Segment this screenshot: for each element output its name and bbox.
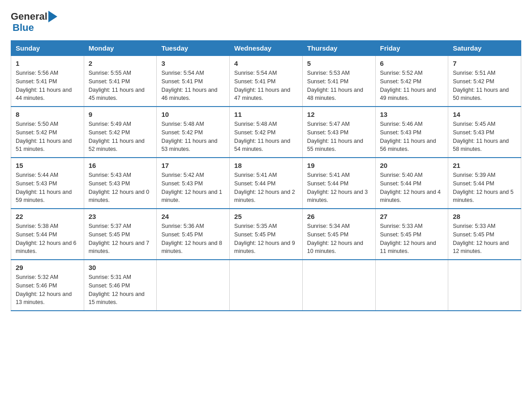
calendar-cell: 4Sunrise: 5:54 AMSunset: 5:41 PMDaylight… xyxy=(230,56,303,107)
day-number: 9 xyxy=(89,111,152,118)
column-header-sunday: Sunday xyxy=(11,41,84,56)
day-info: Sunrise: 5:33 AMSunset: 5:45 PMDaylight:… xyxy=(453,222,516,256)
calendar-cell xyxy=(230,260,303,311)
day-info: Sunrise: 5:50 AMSunset: 5:42 PMDaylight:… xyxy=(16,120,79,154)
day-info: Sunrise: 5:40 AMSunset: 5:44 PMDaylight:… xyxy=(380,171,444,205)
day-number: 14 xyxy=(453,111,516,118)
calendar-cell: 30Sunrise: 5:31 AMSunset: 5:46 PMDayligh… xyxy=(84,260,157,311)
day-number: 28 xyxy=(453,213,516,220)
calendar-week-row: 15Sunrise: 5:44 AMSunset: 5:43 PMDayligh… xyxy=(11,158,521,209)
calendar-cell: 5Sunrise: 5:53 AMSunset: 5:41 PMDaylight… xyxy=(302,56,375,107)
calendar-cell: 17Sunrise: 5:42 AMSunset: 5:43 PMDayligh… xyxy=(157,158,230,209)
column-header-monday: Monday xyxy=(84,41,157,56)
day-number: 26 xyxy=(307,213,371,220)
day-info: Sunrise: 5:41 AMSunset: 5:44 PMDaylight:… xyxy=(234,171,298,205)
calendar-table: SundayMondayTuesdayWednesdayThursdayFrid… xyxy=(11,40,521,311)
day-number: 2 xyxy=(89,60,152,67)
day-number: 16 xyxy=(89,162,152,169)
day-number: 19 xyxy=(307,162,371,169)
day-info: Sunrise: 5:32 AMSunset: 5:46 PMDaylight:… xyxy=(16,273,79,307)
column-header-wednesday: Wednesday xyxy=(230,41,303,56)
day-number: 15 xyxy=(16,162,79,169)
calendar-cell: 3Sunrise: 5:54 AMSunset: 5:41 PMDaylight… xyxy=(157,56,230,107)
day-info: Sunrise: 5:42 AMSunset: 5:43 PMDaylight:… xyxy=(161,171,225,205)
day-info: Sunrise: 5:36 AMSunset: 5:45 PMDaylight:… xyxy=(161,222,225,256)
day-number: 1 xyxy=(16,60,79,67)
day-number: 30 xyxy=(89,264,152,271)
calendar-cell: 26Sunrise: 5:34 AMSunset: 5:45 PMDayligh… xyxy=(302,209,375,260)
day-number: 29 xyxy=(16,264,79,271)
day-info: Sunrise: 5:34 AMSunset: 5:45 PMDaylight:… xyxy=(307,222,371,256)
day-number: 22 xyxy=(16,213,79,220)
logo-blue-text: Blue xyxy=(13,22,58,33)
calendar-cell: 16Sunrise: 5:43 AMSunset: 5:43 PMDayligh… xyxy=(84,158,157,209)
day-info: Sunrise: 5:35 AMSunset: 5:45 PMDaylight:… xyxy=(234,222,298,256)
calendar-cell: 12Sunrise: 5:47 AMSunset: 5:43 PMDayligh… xyxy=(302,107,375,158)
calendar-cell: 9Sunrise: 5:49 AMSunset: 5:42 PMDaylight… xyxy=(84,107,157,158)
day-number: 3 xyxy=(161,60,225,67)
day-number: 12 xyxy=(307,111,371,118)
day-info: Sunrise: 5:31 AMSunset: 5:46 PMDaylight:… xyxy=(89,273,152,307)
day-info: Sunrise: 5:52 AMSunset: 5:42 PMDaylight:… xyxy=(380,69,444,103)
calendar-cell: 6Sunrise: 5:52 AMSunset: 5:42 PMDaylight… xyxy=(375,56,448,107)
day-info: Sunrise: 5:37 AMSunset: 5:45 PMDaylight:… xyxy=(89,222,152,256)
calendar-cell: 11Sunrise: 5:48 AMSunset: 5:42 PMDayligh… xyxy=(230,107,303,158)
day-info: Sunrise: 5:48 AMSunset: 5:42 PMDaylight:… xyxy=(161,120,225,154)
day-info: Sunrise: 5:44 AMSunset: 5:43 PMDaylight:… xyxy=(16,171,79,205)
day-info: Sunrise: 5:56 AMSunset: 5:41 PMDaylight:… xyxy=(16,69,79,103)
day-number: 24 xyxy=(161,213,225,220)
day-number: 21 xyxy=(453,162,516,169)
day-number: 23 xyxy=(89,213,152,220)
day-info: Sunrise: 5:46 AMSunset: 5:43 PMDaylight:… xyxy=(380,120,444,154)
day-info: Sunrise: 5:39 AMSunset: 5:44 PMDaylight:… xyxy=(453,171,516,205)
calendar-cell: 18Sunrise: 5:41 AMSunset: 5:44 PMDayligh… xyxy=(230,158,303,209)
day-number: 5 xyxy=(307,60,371,67)
column-header-thursday: Thursday xyxy=(302,41,375,56)
calendar-cell: 7Sunrise: 5:51 AMSunset: 5:42 PMDaylight… xyxy=(448,56,521,107)
calendar-cell: 8Sunrise: 5:50 AMSunset: 5:42 PMDaylight… xyxy=(11,107,84,158)
day-number: 17 xyxy=(161,162,225,169)
calendar-cell xyxy=(302,260,375,311)
day-info: Sunrise: 5:54 AMSunset: 5:41 PMDaylight:… xyxy=(161,69,225,103)
column-header-friday: Friday xyxy=(375,41,448,56)
day-number: 7 xyxy=(453,60,516,67)
day-number: 4 xyxy=(234,60,298,67)
calendar-week-row: 1Sunrise: 5:56 AMSunset: 5:41 PMDaylight… xyxy=(11,56,521,107)
day-info: Sunrise: 5:55 AMSunset: 5:41 PMDaylight:… xyxy=(89,69,152,103)
day-info: Sunrise: 5:41 AMSunset: 5:44 PMDaylight:… xyxy=(307,171,371,205)
calendar-cell xyxy=(375,260,448,311)
calendar-cell: 28Sunrise: 5:33 AMSunset: 5:45 PMDayligh… xyxy=(448,209,521,260)
day-number: 6 xyxy=(380,60,444,67)
logo: General Blue xyxy=(11,11,58,33)
day-info: Sunrise: 5:48 AMSunset: 5:42 PMDaylight:… xyxy=(234,120,298,154)
calendar-week-row: 29Sunrise: 5:32 AMSunset: 5:46 PMDayligh… xyxy=(11,260,521,311)
calendar-cell: 14Sunrise: 5:45 AMSunset: 5:43 PMDayligh… xyxy=(448,107,521,158)
day-number: 25 xyxy=(234,213,298,220)
day-number: 11 xyxy=(234,111,298,118)
day-number: 27 xyxy=(380,213,444,220)
calendar-cell: 25Sunrise: 5:35 AMSunset: 5:45 PMDayligh… xyxy=(230,209,303,260)
calendar-cell xyxy=(448,260,521,311)
calendar-cell: 10Sunrise: 5:48 AMSunset: 5:42 PMDayligh… xyxy=(157,107,230,158)
calendar-week-row: 22Sunrise: 5:38 AMSunset: 5:44 PMDayligh… xyxy=(11,209,521,260)
day-number: 10 xyxy=(161,111,225,118)
calendar-cell: 2Sunrise: 5:55 AMSunset: 5:41 PMDaylight… xyxy=(84,56,157,107)
calendar-cell: 1Sunrise: 5:56 AMSunset: 5:41 PMDaylight… xyxy=(11,56,84,107)
day-info: Sunrise: 5:45 AMSunset: 5:43 PMDaylight:… xyxy=(453,120,516,154)
calendar-cell: 13Sunrise: 5:46 AMSunset: 5:43 PMDayligh… xyxy=(375,107,448,158)
day-info: Sunrise: 5:47 AMSunset: 5:43 PMDaylight:… xyxy=(307,120,371,154)
day-info: Sunrise: 5:43 AMSunset: 5:43 PMDaylight:… xyxy=(89,171,152,205)
calendar-body: 1Sunrise: 5:56 AMSunset: 5:41 PMDaylight… xyxy=(11,56,521,311)
calendar-week-row: 8Sunrise: 5:50 AMSunset: 5:42 PMDaylight… xyxy=(11,107,521,158)
calendar-cell: 29Sunrise: 5:32 AMSunset: 5:46 PMDayligh… xyxy=(11,260,84,311)
calendar-cell: 19Sunrise: 5:41 AMSunset: 5:44 PMDayligh… xyxy=(302,158,375,209)
calendar-cell: 23Sunrise: 5:37 AMSunset: 5:45 PMDayligh… xyxy=(84,209,157,260)
column-header-saturday: Saturday xyxy=(448,41,521,56)
logo-arrow-icon xyxy=(48,11,57,22)
calendar-cell: 15Sunrise: 5:44 AMSunset: 5:43 PMDayligh… xyxy=(11,158,84,209)
column-header-tuesday: Tuesday xyxy=(157,41,230,56)
page-header: General Blue xyxy=(11,11,521,33)
day-number: 18 xyxy=(234,162,298,169)
svg-marker-0 xyxy=(48,11,57,22)
calendar-cell: 24Sunrise: 5:36 AMSunset: 5:45 PMDayligh… xyxy=(157,209,230,260)
